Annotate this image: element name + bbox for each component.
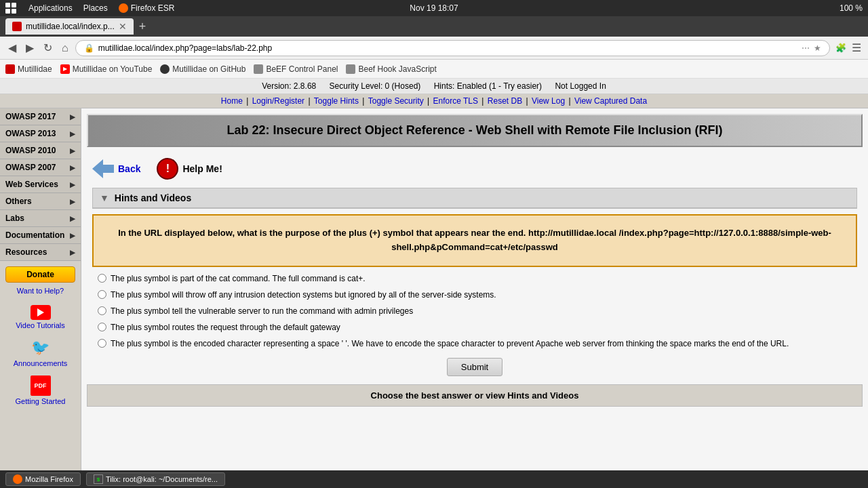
bottom-bar: Choose the best answer or view Hints and…	[87, 384, 863, 407]
taskbar-top: Applications Places Firefox ESR Nov 19 1…	[0, 0, 868, 16]
radio-a1[interactable]	[98, 274, 106, 283]
taskbar-left: Applications Places Firefox ESR	[5, 3, 174, 14]
browser-tab[interactable]: mutillidae.local/index.p... ✕	[5, 18, 134, 35]
new-tab-button[interactable]: +	[139, 20, 146, 34]
sidebar-item-documentation[interactable]: Documentation ▶	[0, 227, 81, 244]
bookmark-favicon-4	[254, 64, 263, 74]
places-menu[interactable]: Places	[83, 3, 108, 13]
taskbar-right: 100 %	[840, 3, 863, 13]
back-button[interactable]: ◀	[5, 40, 19, 56]
video-tutorials-label: Video Tutorials	[5, 321, 75, 329]
address-bar: 🔒 ⋯ ★	[75, 40, 830, 56]
sidebar-item-resources[interactable]: Resources ▶	[0, 244, 81, 261]
back-button-page[interactable]: Back	[92, 159, 140, 178]
sidebar-item-owasp2013[interactable]: OWASP 2013 ▶	[0, 125, 81, 142]
answer-option-5: The plus symbol is the encoded character…	[98, 338, 852, 350]
page-title: Lab 22: Insecure Direct Object Reference…	[99, 123, 850, 138]
sidebar-item-webservices[interactable]: Web Services ▶	[0, 176, 81, 193]
menu-button[interactable]: ☰	[850, 40, 863, 56]
sidebar-item-owasp2017[interactable]: OWASP 2017 ▶	[0, 108, 81, 125]
bookmark-github[interactable]: Mutillidae on GitHub	[160, 64, 245, 74]
chevron-right-icon-4: ▶	[70, 181, 75, 188]
want-to-help-link[interactable]: Want to Help?	[17, 287, 64, 295]
reload-button[interactable]: ↻	[41, 40, 55, 56]
breadcrumb-bar: Home | Login/Register | Toggle Hints | T…	[0, 94, 868, 108]
breadcrumb-login[interactable]: Login/Register	[252, 96, 304, 106]
info-bar: Version: 2.8.68 Security Level: 0 (Hosed…	[0, 79, 868, 94]
answer-option-2: The plus symbol will throw off any intru…	[98, 289, 852, 301]
url-input[interactable]	[98, 43, 797, 53]
youtube-icon	[31, 305, 51, 320]
donate-button[interactable]: Donate	[5, 266, 75, 283]
question-text: In the URL displayed below, what is the …	[118, 228, 831, 252]
breadcrumb-toggle-security[interactable]: Toggle Security	[368, 96, 424, 106]
breadcrumb-enforce-tls[interactable]: Enforce TLS	[433, 96, 478, 106]
radio-a5[interactable]	[98, 339, 106, 348]
breadcrumb-toggle-hints[interactable]: Toggle Hints	[314, 96, 359, 106]
radio-a3[interactable]	[98, 306, 106, 315]
bookmark-favicon-2: ▶	[60, 64, 70, 74]
nav-icons: 🧩 ☰	[834, 40, 863, 56]
sidebar-item-owasp2007[interactable]: OWASP 2007 ▶	[0, 159, 81, 176]
answer-option-1: The plus symbol is part of the cat comma…	[98, 272, 852, 285]
hints-status: Hints: Enabled (1 - Try easier)	[434, 81, 542, 91]
bookmark-favicon-5	[346, 64, 355, 74]
security-level: Security Level: 0 (Hosed)	[330, 81, 421, 91]
breadcrumb-reset-db[interactable]: Reset DB	[488, 96, 522, 106]
answer-option-3: The plus symbol tell the vulnerable serv…	[98, 305, 852, 317]
video-tutorials-item[interactable]: Video Tutorials	[0, 301, 81, 333]
firefox-taskbar-app[interactable]: Mozilla Firefox	[5, 472, 81, 486]
answer-option-4: The plus symbol routes the request throu…	[98, 321, 852, 333]
getting-started-label: Getting Started	[5, 397, 75, 405]
acrobat-icon: PDF	[31, 375, 51, 396]
getting-started-item[interactable]: PDF Getting Started	[0, 371, 81, 409]
bookmark-mutillidae[interactable]: Mutillidae	[5, 64, 52, 74]
page-header: Lab 22: Insecure Direct Object Reference…	[87, 114, 863, 147]
tilix-taskbar-app[interactable]: $ Tilix: root@kali: ~/Documents/re...	[86, 472, 225, 486]
radio-a4[interactable]	[98, 323, 106, 331]
breadcrumb-home[interactable]: Home	[221, 96, 243, 106]
tab-close-button[interactable]: ✕	[119, 21, 127, 32]
answer-label-5: The plus symbol is the encoded character…	[111, 338, 789, 350]
chevron-right-icon-5: ▶	[70, 198, 75, 205]
forward-button[interactable]: ▶	[23, 40, 37, 56]
answer-label-1: The plus symbol is part of the cat comma…	[111, 272, 366, 285]
answer-label-4: The plus symbol routes the request throu…	[111, 321, 340, 333]
extensions-button[interactable]: 🧩	[834, 41, 848, 54]
bottom-bar-text: Choose the best answer or view Hints and…	[371, 390, 579, 401]
radio-a2[interactable]	[98, 290, 106, 299]
tab-favicon	[12, 22, 22, 31]
submit-button[interactable]: Submit	[447, 358, 502, 376]
main-layout: OWASP 2017 ▶ OWASP 2013 ▶ OWASP 2010 ▶ O…	[0, 108, 868, 482]
bookmark-favicon-3	[160, 64, 170, 74]
nav-bar: ◀ ▶ ↻ ⌂ 🔒 ⋯ ★ 🧩 ☰	[0, 37, 868, 60]
breadcrumb-view-log[interactable]: View Log	[532, 96, 565, 106]
browser-menu[interactable]: Firefox ESR	[119, 3, 175, 13]
datetime: Nov 19 18:07	[410, 3, 458, 13]
chevron-right-icon-8: ▶	[70, 249, 75, 256]
login-status: Not Logged In	[555, 81, 606, 91]
bookmark-beef[interactable]: BeEF Control Panel	[254, 64, 338, 74]
donate-section: Donate Want to Help?	[0, 261, 81, 301]
answer-options: The plus symbol is part of the cat comma…	[92, 272, 857, 350]
home-button[interactable]: ⌂	[59, 41, 71, 56]
bookmarks-bar: Mutillidae ▶ Mutillidae on YouTube Mutil…	[0, 60, 868, 79]
hints-arrow-icon: ▼	[100, 192, 109, 203]
announcements-icon: 🐦	[31, 338, 51, 358]
announcements-item[interactable]: 🐦 Announcements	[0, 333, 81, 371]
chevron-right-icon-1: ▶	[70, 130, 75, 138]
sidebar-item-others[interactable]: Others ▶	[0, 193, 81, 210]
bookmark-youtube[interactable]: ▶ Mutillidae on YouTube	[60, 64, 153, 74]
help-button[interactable]: ! Help Me!	[157, 158, 222, 180]
hints-header[interactable]: ▼ Hints and Videos	[93, 188, 856, 208]
bookmark-beefhook[interactable]: Beef Hook JavaScript	[346, 64, 436, 74]
play-icon	[37, 308, 44, 317]
apps-menu[interactable]: Applications	[28, 3, 73, 13]
tilix-icon: $	[94, 474, 103, 484]
chevron-right-icon-3: ▶	[70, 164, 75, 171]
sidebar-item-owasp2010[interactable]: OWASP 2010 ▶	[0, 142, 81, 159]
breadcrumb-view-captured[interactable]: View Captured Data	[574, 96, 647, 106]
sidebar-item-labs[interactable]: Labs ▶	[0, 210, 81, 227]
bookmark-favicon-1	[5, 64, 15, 74]
content-area: Lab 22: Insecure Direct Object Reference…	[81, 108, 868, 482]
